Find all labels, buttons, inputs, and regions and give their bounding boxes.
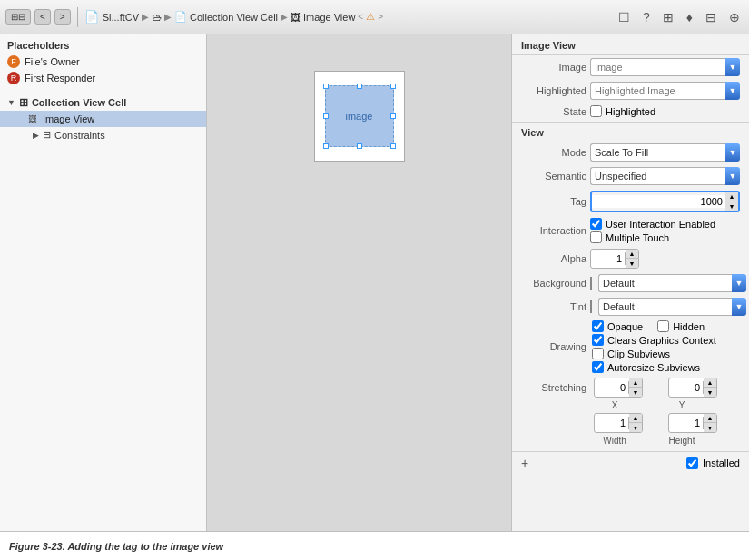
constraints-icon: ⊟: [43, 129, 51, 141]
background-field-row: Background ▼: [512, 271, 749, 295]
tag-step-up[interactable]: ▲: [725, 192, 738, 201]
background-label: Background: [521, 278, 586, 289]
drawing-field-row: Drawing Opaque Hidden Clears Graphics Co…: [512, 319, 749, 375]
sidebar-item-files-owner[interactable]: F File's Owner: [0, 54, 206, 70]
clears-graphics-label: Clears Graphics Context: [607, 335, 716, 346]
stretch-y-up[interactable]: ▲: [704, 378, 716, 388]
image-view-box[interactable]: image: [325, 85, 394, 147]
wh-spacer: [643, 436, 654, 446]
tint-label: Tint: [521, 301, 586, 312]
sidebar-item-constraints[interactable]: ▶ ⊟ Constraints: [0, 127, 206, 142]
cell-preview: image: [314, 71, 405, 162]
mode-input[interactable]: [590, 143, 725, 162]
stretch-x-field[interactable]: [595, 381, 629, 394]
sidebar-item-first-responder[interactable]: R First Responder: [0, 70, 206, 86]
object-library-btn[interactable]: ⊞: [659, 8, 677, 26]
image-field-row: Image ▼: [512, 55, 749, 79]
help-btn[interactable]: ?: [639, 8, 654, 26]
hidden-checkbox[interactable]: [657, 320, 669, 332]
breadcrumb-si: Si...ftCV: [103, 12, 139, 23]
forward-btn[interactable]: >: [54, 9, 71, 25]
mode-field-row: Mode ▼: [512, 141, 749, 164]
stretch-h-field[interactable]: [669, 417, 704, 429]
resize-handle-mr[interactable]: [390, 113, 396, 119]
stretch-y-down[interactable]: ▼: [704, 388, 716, 397]
stretch-h-up[interactable]: ▲: [704, 414, 716, 423]
image-dropdown-btn[interactable]: ▼: [725, 58, 740, 76]
clears-graphics-checkbox[interactable]: [592, 334, 604, 346]
opaque-row: Opaque: [592, 320, 643, 332]
resize-handle-bl[interactable]: [323, 143, 329, 149]
alpha-stepper: ▲ ▼: [626, 250, 638, 268]
alpha-step-up[interactable]: ▲: [626, 250, 638, 259]
tint-swatch[interactable]: [590, 300, 592, 313]
image-input-group: ▼: [590, 58, 740, 76]
semantic-input[interactable]: [590, 167, 725, 185]
stretch-w-down[interactable]: ▼: [629, 423, 642, 432]
semantic-dropdown-btn[interactable]: ▼: [725, 167, 740, 185]
hidden-row: Hidden: [657, 320, 705, 332]
autoresize-checkbox[interactable]: [592, 361, 604, 373]
breadcrumb-warning: ⚠: [366, 11, 375, 23]
mode-input-group: ▼: [590, 143, 740, 162]
stretch-h-down[interactable]: ▼: [704, 423, 716, 432]
right-panel: Image View Image ▼ Highlighted ▼ State H…: [511, 34, 749, 531]
collection-view-cell-group[interactable]: ▼ ⊞ Collection View Cell: [0, 92, 206, 111]
xy-spacer: [643, 400, 654, 410]
opaque-checkbox[interactable]: [592, 320, 604, 332]
resize-handle-ml[interactable]: [323, 113, 329, 119]
highlighted-input[interactable]: [590, 82, 725, 100]
tint-dropdown-btn[interactable]: ▼: [732, 298, 746, 316]
stretch-x-down[interactable]: ▼: [629, 388, 642, 397]
highlighted-label: Highlighted: [521, 85, 586, 96]
stretch-w-field[interactable]: [595, 417, 629, 429]
tag-step-down[interactable]: ▼: [725, 201, 738, 211]
tint-input[interactable]: [598, 298, 732, 316]
alpha-input[interactable]: [591, 252, 626, 265]
grid-view-btn[interactable]: ⊞⊟: [5, 9, 31, 25]
background-input-group: ▼: [598, 274, 746, 292]
semantic-label: Semantic: [521, 171, 586, 182]
resize-handle-tl[interactable]: [323, 84, 329, 89]
inspector-btn[interactable]: ☐: [615, 8, 634, 26]
assistant-btn[interactable]: ⊕: [725, 8, 744, 26]
resize-handle-br[interactable]: [390, 143, 396, 149]
background-input[interactable]: [598, 274, 732, 292]
resize-handle-tm[interactable]: [357, 84, 362, 89]
toolbar-right: ☐ ? ⊞ ♦ ⊟ ⊕: [615, 8, 744, 26]
device-btn[interactable]: ⊟: [702, 8, 720, 26]
background-dropdown-btn[interactable]: ▼: [732, 274, 746, 292]
resize-handle-bm[interactable]: [357, 143, 362, 149]
debug-btn[interactable]: ♦: [683, 8, 696, 26]
multiple-touch-checkbox[interactable]: [590, 231, 602, 243]
drawing-label: Drawing: [521, 341, 586, 352]
highlighted-dropdown-btn[interactable]: ▼: [725, 82, 740, 100]
resize-handle-tr[interactable]: [390, 84, 396, 89]
background-swatch[interactable]: [590, 277, 592, 290]
alpha-step-down[interactable]: ▼: [626, 259, 638, 268]
stretch-x-up[interactable]: ▲: [629, 378, 642, 388]
stretch-h-input: ▲ ▼: [668, 413, 717, 433]
image-input[interactable]: [590, 58, 725, 76]
files-owner-icon: F: [7, 55, 20, 68]
collection-view-cell-label: Collection View Cell: [32, 97, 126, 108]
breadcrumb-imgview-icon: 🖼: [291, 12, 301, 23]
stretching-section: Stretching ▲ ▼ ▲ ▼: [512, 375, 749, 451]
highlighted-state-checkbox[interactable]: [590, 105, 602, 117]
add-configuration-btn[interactable]: +: [521, 456, 528, 470]
installed-checkbox[interactable]: [686, 457, 698, 469]
breadcrumb-imageview[interactable]: Image View: [303, 12, 355, 23]
stretch-w-up[interactable]: ▲: [629, 414, 642, 423]
stretch-y-field[interactable]: [669, 381, 704, 394]
clip-subviews-label: Clip Subviews: [607, 349, 670, 359]
sidebar-item-image-view[interactable]: 🖼 Image View: [0, 111, 206, 127]
user-interaction-checkbox[interactable]: [590, 218, 602, 230]
mode-dropdown-btn[interactable]: ▼: [725, 143, 740, 162]
clip-subviews-checkbox[interactable]: [592, 348, 604, 359]
back-btn[interactable]: <: [34, 9, 51, 25]
breadcrumb-arrow5: >: [378, 12, 383, 22]
x-axis-label: X: [590, 400, 639, 410]
breadcrumb-collection[interactable]: Collection View Cell: [190, 12, 278, 23]
breadcrumb-arrow1: ▶: [142, 12, 149, 22]
tag-input[interactable]: [592, 195, 725, 208]
